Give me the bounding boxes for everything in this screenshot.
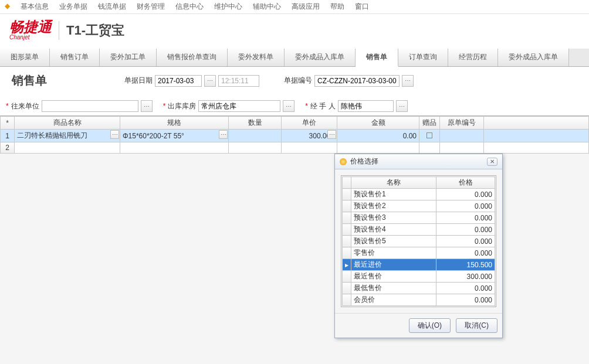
tab[interactable]: 销售订单 <box>50 49 100 66</box>
grid-cell[interactable] <box>120 142 229 154</box>
customer-label: 往来单位 <box>11 101 39 111</box>
grid-cell[interactable]: Φ15*60*200-2T 55°⋯ <box>120 130 229 142</box>
cell-lookup-button[interactable]: ⋯ <box>110 130 119 139</box>
col-price: 单价 <box>282 117 337 130</box>
grid-header-row: * 商品名称 规格 数量 单价 金额 赠品 原单编号 <box>1 117 589 130</box>
date-field: 单据日期 ⋯ <box>124 75 259 87</box>
docno-label: 单据编号 <box>284 76 312 86</box>
col-name: 商品名称 <box>15 117 120 130</box>
grid-cell[interactable] <box>484 142 589 154</box>
customer-field: *往来单位 ⋯ <box>6 100 153 112</box>
top-menu-item[interactable]: 基本信息 <box>21 2 49 12</box>
tab[interactable]: 销售单 <box>356 49 398 67</box>
grid-cell[interactable] <box>229 130 282 142</box>
page-title: 销售单 <box>12 73 47 89</box>
tab[interactable]: 委外成品入库单 <box>285 49 356 66</box>
cell-lookup-button[interactable]: ⋯ <box>219 130 228 139</box>
grid-cell[interactable] <box>337 142 419 154</box>
operator-input[interactable] <box>338 100 394 112</box>
tab[interactable]: 订单查询 <box>398 49 448 66</box>
grid-body: 1二刃特长精抛铝用铣刀⋯Φ15*60*200-2T 55°⋯300.000⋯0.… <box>1 130 589 154</box>
tab[interactable]: 委外发料单 <box>228 49 285 66</box>
operator-field: *经 手 人 ⋯ <box>305 100 407 112</box>
customer-input[interactable] <box>42 100 138 112</box>
operator-lookup-button[interactable]: ⋯ <box>396 100 408 112</box>
col-amount: 金额 <box>337 117 419 130</box>
rownum-header: * <box>1 117 15 130</box>
grid-cell[interactable] <box>229 142 282 154</box>
grid-cell[interactable]: 0.00 <box>337 130 419 142</box>
time-input[interactable] <box>218 75 259 87</box>
warehouse-input[interactable] <box>198 100 280 112</box>
docno-field: 单据编号 ⋯ <box>284 75 414 87</box>
grid-cell[interactable] <box>282 142 337 154</box>
top-menu-item[interactable]: 财务管理 <box>137 2 165 12</box>
top-menu-item[interactable]: 高级应用 <box>292 2 320 12</box>
grid-cell[interactable] <box>419 142 440 154</box>
grid-cell[interactable]: 二刃特长精抛铝用铣刀⋯ <box>15 130 120 142</box>
date-picker-button[interactable]: ⋯ <box>204 75 216 87</box>
customer-lookup-button[interactable]: ⋯ <box>141 100 153 112</box>
docno-lookup-button[interactable]: ⋯ <box>402 75 414 87</box>
warehouse-field: *出库库房 ⋯ <box>163 100 295 112</box>
tab[interactable]: 委外加工单 <box>100 49 157 66</box>
grid-cell[interactable] <box>440 130 484 142</box>
tab[interactable]: 经营历程 <box>448 49 498 66</box>
app-icon: ◆ <box>5 2 10 12</box>
grid-cell[interactable]: 1 <box>1 130 15 142</box>
top-menu-item[interactable]: 维护中心 <box>214 2 242 12</box>
grid-cell[interactable]: 300.000⋯ <box>282 130 337 142</box>
col-gift: 赠品 <box>419 117 440 130</box>
warehouse-lookup-button[interactable]: ⋯ <box>283 100 294 112</box>
grid-cell[interactable] <box>484 130 589 142</box>
logo-product: T1-工贸宝 <box>66 22 124 39</box>
operator-label: 经 手 人 <box>310 101 336 111</box>
form-header: 销售单 单据日期 ⋯ 单据编号 ⋯ <box>0 67 589 94</box>
warehouse-label: 出库库房 <box>168 101 196 111</box>
col-spec: 规格 <box>120 117 229 130</box>
grid-cell[interactable] <box>15 142 120 154</box>
logo-sub: Chanjet <box>9 34 52 40</box>
logo-bar: 畅捷通 Chanjet T1-工贸宝 <box>0 14 589 49</box>
logo-main: 畅捷通 <box>9 20 52 34</box>
top-menu-item[interactable]: 业务单据 <box>59 2 87 12</box>
tab-bar: 图形菜单销售订单委外加工单销售报价单查询委外发料单委外成品入库单销售单订单查询经… <box>0 49 589 67</box>
table-row[interactable]: 2 <box>1 142 589 154</box>
grid-cell[interactable] <box>419 130 440 142</box>
date-label: 单据日期 <box>124 76 153 86</box>
logo-separator <box>59 21 59 40</box>
main-grid: * 商品名称 规格 数量 单价 金额 赠品 原单编号 1二刃特长精抛铝用铣刀⋯Φ… <box>0 115 589 154</box>
docno-input[interactable] <box>314 75 400 87</box>
col-qty: 数量 <box>229 117 282 130</box>
gift-checkbox[interactable] <box>426 132 432 138</box>
top-menu-item[interactable]: 辅助中心 <box>253 2 281 12</box>
cell-lookup-button[interactable]: ⋯ <box>327 130 336 139</box>
table-row[interactable]: 1二刃特长精抛铝用铣刀⋯Φ15*60*200-2T 55°⋯300.000⋯0.… <box>1 130 589 142</box>
top-menu-item[interactable]: 信息中心 <box>175 2 204 12</box>
tab[interactable]: 委外成品入库单 <box>498 49 569 66</box>
tab[interactable]: 图形菜单 <box>0 49 50 66</box>
col-filler <box>484 117 589 130</box>
grid-cell[interactable]: 2 <box>1 142 15 154</box>
date-input[interactable] <box>155 75 202 87</box>
tab[interactable]: 销售报价单查询 <box>157 49 228 66</box>
top-menu-item[interactable]: 钱流单据 <box>98 2 126 12</box>
grid-cell[interactable] <box>440 142 484 154</box>
top-menu: ◆ 基本信息业务单据钱流单据财务管理信息中心维护中心辅助中心高级应用帮助窗口 <box>0 0 589 14</box>
sub-form: *往来单位 ⋯ *出库库房 ⋯ *经 手 人 ⋯ <box>0 94 589 115</box>
col-orig: 原单编号 <box>440 117 484 130</box>
top-menu-item[interactable]: 窗口 <box>355 2 369 12</box>
top-menu-item[interactable]: 帮助 <box>330 2 344 12</box>
